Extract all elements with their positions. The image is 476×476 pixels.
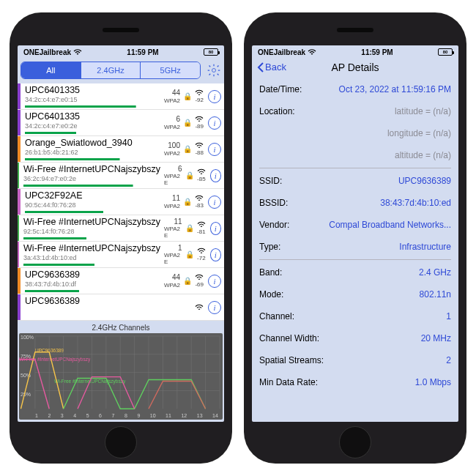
- nav-bar: Back AP Details: [252, 59, 458, 78]
- info-button[interactable]: i: [208, 143, 221, 156]
- chart-title: 2.4GHz Channels: [19, 324, 223, 332]
- detail-row: Vendor:Compal Broadband Networks...: [259, 214, 451, 236]
- ap-details-list[interactable]: Date/Time:Oct 23, 2022 at 11:59:16 PMLoc…: [252, 78, 458, 393]
- detail-row: altitude = (n/a): [259, 144, 451, 166]
- carrier-label: ONEJailbreak: [23, 48, 71, 56]
- ssid-label: UPC32F92AE: [25, 191, 160, 201]
- ssid-label: UPC6401335: [25, 112, 160, 122]
- detail-value: 802.11n: [420, 289, 451, 300]
- screen-left: ONEJailbreak 11:59 PM 80 All 2.4GHz 5GHz…: [18, 45, 224, 422]
- chevron-left-icon: [256, 62, 265, 72]
- network-row[interactable]: Wi-Free #InternetUPCNajszybszy 92:5c:14:…: [18, 215, 224, 242]
- wifi-icon: [195, 89, 204, 97]
- back-button[interactable]: Back: [256, 62, 286, 72]
- rssi-value: -69: [195, 281, 204, 288]
- signal-bar: [25, 132, 160, 134]
- signal-bar: [25, 211, 160, 213]
- rssi-value: -88: [195, 149, 204, 156]
- info-button[interactable]: i: [208, 301, 221, 314]
- network-row[interactable]: Wi-Free #InternetUPCNajszybszy 3a:43:1d:…: [18, 242, 224, 268]
- detail-row: Channel:1: [259, 305, 451, 327]
- security-label: WPA2 E: [164, 252, 182, 265]
- network-row[interactable]: UPC9636389 i: [18, 294, 224, 321]
- detail-value: 1: [446, 311, 451, 321]
- detail-key: Channel Width:: [259, 333, 319, 343]
- band-segmented-control[interactable]: All 2.4GHz 5GHz: [21, 62, 201, 79]
- home-button[interactable]: [105, 426, 137, 458]
- security-label: WPA2: [164, 150, 180, 157]
- bssid-label: 34:2c:c4:e7:e0:15: [25, 97, 160, 104]
- detail-row: SSID:UPC9636389: [259, 170, 451, 192]
- wifi-icon: [195, 116, 204, 123]
- detail-value: longitude = (n/a): [387, 128, 451, 138]
- ssid-label: Wi-Free #InternetUPCNajszybszy: [23, 244, 160, 254]
- bssid-label: 92:5c:14:f0:76:28: [23, 228, 160, 236]
- network-row[interactable]: UPC9636389 38:43:7d:4b:10:df 44WPA2 🔒 -6…: [18, 268, 224, 294]
- detail-value: 2.4 GHz: [419, 267, 451, 278]
- channel-value: 44: [172, 89, 180, 97]
- info-button[interactable]: i: [208, 196, 221, 209]
- channel-value: 1: [178, 244, 182, 253]
- info-button[interactable]: i: [210, 248, 221, 261]
- network-row[interactable]: UPC32F92AE 90:5c:44:f0:76:28 11WPA2 🔒 -8…: [18, 189, 224, 215]
- info-button[interactable]: i: [208, 275, 221, 288]
- detail-row: Min Data Rate:1.0 Mbps: [259, 371, 451, 393]
- channel-chart: 100% 75% 50% 25% UPC9636389 Wi-Free #Int…: [19, 333, 223, 420]
- info-button[interactable]: i: [210, 222, 221, 235]
- segment-all[interactable]: All: [21, 62, 81, 78]
- settings-gear-icon[interactable]: [207, 63, 221, 78]
- network-row[interactable]: Wi-Free #InternetUPCNajszybszy 36:2c:94:…: [18, 163, 224, 189]
- ssid-label: Wi-Free #InternetUPCNajszybszy: [23, 217, 160, 228]
- signal-bar: [25, 290, 160, 292]
- clock: 11:59 PM: [127, 48, 158, 56]
- svg-point-0: [212, 69, 216, 72]
- channel-value: 6: [178, 165, 182, 174]
- network-row[interactable]: UPC6401335 34:2c:c4:e7:e0:15 44WPA2 🔒 -9…: [18, 83, 224, 110]
- clock: 11:59 PM: [361, 48, 393, 56]
- channel-chart-section: 2.4GHz Channels 100% 75% 50% 25% UPC9636…: [18, 321, 224, 420]
- lock-icon: 🔒: [185, 171, 194, 179]
- ssid-label: Orange_Swiatlowod_3940: [25, 138, 160, 149]
- phone-right: ONEJailbreak 11:59 PM 80 Back AP Details…: [245, 13, 466, 463]
- segment-24ghz[interactable]: 2.4GHz: [81, 62, 141, 78]
- channel-value: 6: [176, 115, 180, 124]
- detail-row: Channel Width:20 MHz: [259, 327, 451, 349]
- bssid-label: 26:b1:b5:4b:21:62: [25, 149, 160, 157]
- back-label: Back: [265, 62, 286, 72]
- lock-icon: 🔒: [183, 119, 192, 127]
- detail-key: Vendor:: [259, 220, 289, 230]
- wifi-icon: [195, 142, 204, 149]
- detail-value: 1.0 Mbps: [415, 377, 451, 387]
- security-label: WPA2 E: [164, 226, 182, 239]
- screen-right: ONEJailbreak 11:59 PM 80 Back AP Details…: [252, 45, 458, 422]
- battery-icon: 80: [204, 48, 218, 56]
- network-list[interactable]: UPC6401335 34:2c:c4:e7:e0:15 44WPA2 🔒 -9…: [18, 83, 224, 321]
- detail-value: latitude = (n/a): [395, 106, 451, 116]
- ssid-label: Wi-Free #InternetUPCNajszybszy: [23, 165, 160, 175]
- home-button[interactable]: [339, 426, 371, 458]
- network-row[interactable]: UPC6401335 34:2c:c4:e7:e0:2e 6WPA2 🔒 -89…: [18, 110, 224, 136]
- security-label: WPA2: [164, 124, 180, 130]
- detail-value: Oct 23, 2022 at 11:59:16 PM: [339, 84, 451, 94]
- network-row[interactable]: Orange_Swiatlowod_3940 26:b1:b5:4b:21:62…: [18, 136, 224, 163]
- info-button[interactable]: i: [210, 169, 221, 182]
- lock-icon: 🔒: [183, 92, 192, 100]
- detail-row: BSSID:38:43:7d:4b:10:ed: [259, 192, 451, 214]
- phone-speaker: [337, 28, 373, 32]
- chart-canvas: [19, 333, 223, 419]
- detail-value: 38:43:7d:4b:10:ed: [380, 198, 451, 208]
- info-button[interactable]: i: [208, 116, 221, 130]
- lock-icon: 🔒: [183, 277, 192, 285]
- carrier-label: ONEJailbreak: [258, 48, 305, 56]
- info-button[interactable]: i: [208, 90, 221, 103]
- lock-icon: 🔒: [185, 250, 194, 259]
- segment-5ghz[interactable]: 5GHz: [140, 62, 200, 78]
- security-label: WPA2: [164, 282, 180, 289]
- bssid-label: 36:2c:94:e7:e0:2e: [23, 176, 160, 183]
- ssid-label: UPC9636389: [25, 270, 160, 280]
- rssi-value: -72: [197, 255, 206, 261]
- detail-row: Location:latitude = (n/a): [259, 100, 451, 122]
- lock-icon: 🔒: [183, 198, 192, 206]
- security-label: WPA2: [164, 97, 180, 104]
- ssid-label: UPC9636389: [25, 297, 185, 307]
